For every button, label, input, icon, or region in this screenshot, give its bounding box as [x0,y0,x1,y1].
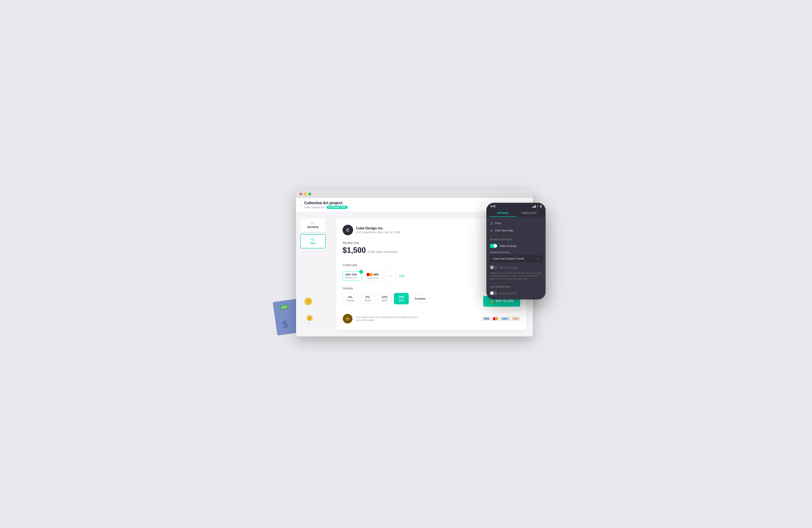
sidebar-label-1: INVOICE [303,226,323,229]
card-name-visa: Michael Gr... [345,276,359,279]
tip-15pct-label: 15% [397,295,405,299]
company-name: Cube Design inc. [356,226,400,230]
auto-pay-section: Set to auto-pay [499,266,518,269]
sidebar-item-pay[interactable]: 02. PAY [300,234,325,248]
retainer-badge: RETAINER PAID [327,206,348,209]
tip-custom[interactable]: Custom [411,295,429,303]
logo-discover: DISC [511,317,520,321]
project-info: Collective Art project. Cube Design inc.… [304,201,348,209]
card-name-mc: Cameron B... [366,277,380,279]
edit-cards-link[interactable]: Edit [400,274,405,278]
dropdown-arrow-icon: ▼ [537,257,539,260]
phone-status-icons: ∿ ▐ [532,205,541,208]
header-left: ‹ Collective Art project. Cube Design in… [300,201,348,209]
card-logos: VISA AMEX DISC [482,316,520,321]
print-label: Print [495,222,501,225]
phone-time: 9:41 [491,205,496,208]
company-info: Cube Design inc. 2 of 3 paymnets | Due: … [356,226,400,234]
pay-button-label: PAY $1,500 [496,299,513,303]
monthly-due-label: Monthly Due [343,241,359,244]
amount-suffix: / Ends upon termination [367,250,398,254]
ssl-text: Our system uses SSL encryption technolog… [356,316,420,322]
auto-pay-label: Set to auto-pay [499,266,518,269]
card-brand-mc: 6897 [366,273,380,276]
phone-print-text-only-row[interactable]: 🖨 Print Text Only [490,227,542,234]
card-number-mc: 6897 [374,273,379,276]
auto-pay-row: Set to auto-pay [490,264,542,271]
traffic-light-red[interactable] [300,193,302,195]
battery-icon: ▐ [540,205,541,208]
ssl-badge: SSL [343,314,353,324]
expire-file-label: Expire this file [499,292,517,295]
printer-icon: 🖨 [490,221,493,225]
enable-payment-section: Enable payment by Credit Card & Bank Tra… [490,251,542,262]
card-number-visa: 7545 [352,273,357,276]
project-title: Collective Art project. [304,201,348,205]
allow-gratuity-label: Allow Gratuity [499,244,517,247]
sidebar-number-2: 02. [304,238,322,241]
back-button[interactable]: ‹ [300,203,302,207]
scene: PAID $ $ ‹ Collective Art project. Cube … [279,190,533,338]
mc-circle-orange [369,273,373,276]
auto-pay-description: Setting up auto-pay will automatically c… [490,272,542,281]
card-visa[interactable]: ✓ VISA 7545 Michael Gr... [343,271,362,281]
add-card-button[interactable]: + [385,270,396,282]
file-expiration-title: FILE EXPIRATION [490,286,542,288]
ssl-text-badge: SSL [346,318,350,320]
wifi-icon: ∿ [537,205,539,208]
sidebar: 01. INVOICE 02. PAY [296,212,330,336]
tip-5pct[interactable]: 5% $120 [360,293,375,304]
amount-display: $1,500 [343,246,366,255]
expire-file-toggle[interactable] [490,291,497,295]
tip-15pct[interactable]: 15% $350 [394,293,409,304]
tip-10pct[interactable]: 10% $230 [377,293,392,304]
print-text-only-label: Print Text Only [495,229,513,232]
coin-2: $ [307,315,313,321]
logo-mc [492,316,498,321]
card-brand-visa: VISA 7545 [345,273,359,276]
phone-tab-templates[interactable]: TEMPLATES [516,209,542,217]
tip-5pct-label: 5% [364,295,371,299]
tip-custom-label: Custom [415,297,425,300]
printer-text-icon: 🖨 [490,228,493,232]
tip-10pct-label: 10% [381,295,388,299]
sidebar-label-2: PAY [304,242,322,245]
logo-amex: AMEX [500,317,510,321]
allow-gratuity-row: Allow Gratuity [490,242,542,249]
phone-tab-options[interactable]: OPTIONS [490,209,516,217]
paid-badge: PAID [279,304,289,310]
tip-5pct-amt: $120 [364,299,371,302]
tip-no-thanks[interactable]: No Thanks [343,293,358,304]
logo-visa: VISA [482,317,491,321]
card-selected-check: ✓ [359,270,363,274]
auto-pay-toggle[interactable] [490,265,497,270]
project-subtitle: Cube Design inc. RETAINER PAID [304,206,348,209]
enable-payment-label: Enable payment by [490,251,542,254]
payment-method-dropdown[interactable]: Credit Card & Bank Transfer ▼ [490,255,542,262]
allow-gratuity-toggle[interactable] [490,244,497,248]
traffic-light-green[interactable] [308,193,311,195]
phone-print-row[interactable]: 🖨 Print [490,220,542,227]
coin-1: $ [304,298,312,305]
phone-divider-1 [490,236,542,236]
phone-mockup: 9:41 ∿ ▐ OPTIONS TEMPLATES 🖨 Prin [487,203,546,300]
phone-status-bar: 9:41 ∿ ▐ [487,203,546,209]
company-avatar: C [343,225,353,235]
phone-screen-content: 🖨 Print 🖨 Print Text Only PAYMENT OPTION… [487,217,546,300]
pay-button-lock-icon: 🔒 [490,299,494,303]
gratuity-row: No Thanks 5% $120 10% $230 [343,293,429,304]
bottom-area: SSL Our system uses SSL encryption techn… [343,314,520,324]
payment-method-value: Credit Card & Bank Transfer [493,257,525,260]
browser-titlebar [296,190,533,198]
tip-15pct-amt: $350 [397,299,405,302]
signal-icon [532,205,536,208]
phone-tabs: OPTIONS TEMPLATES [487,209,546,217]
tip-no-thanks-text2: Thanks [346,299,354,302]
traffic-light-yellow[interactable] [304,193,307,195]
card-mc[interactable]: 6897 Cameron B... [364,271,383,281]
company-name-header: Cube Design inc. [304,206,325,209]
sidebar-number-1: 01. [303,221,323,225]
sidebar-item-invoice[interactable]: 01. INVOICE [300,218,325,232]
payment-options-title: PAYMENT OPTIONS [490,239,542,241]
phone-divider-2 [490,283,542,283]
